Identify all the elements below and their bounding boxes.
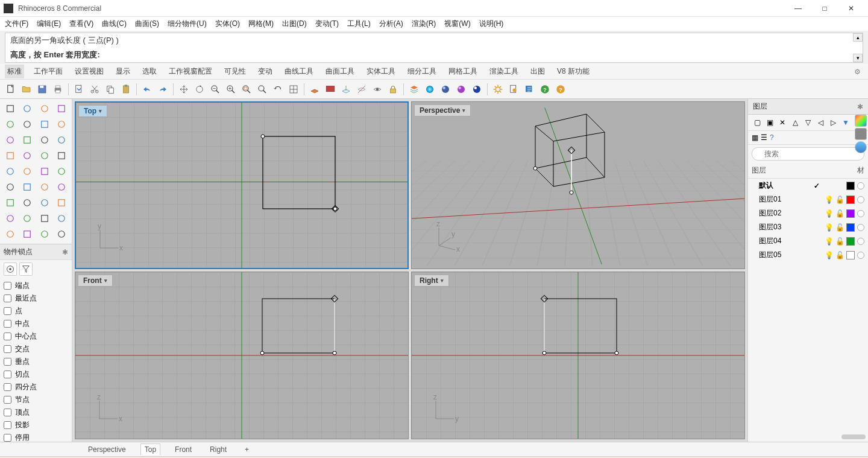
- side-tab-display[interactable]: [855, 128, 867, 140]
- align-icon[interactable]: [37, 196, 52, 210]
- viewport-label-front[interactable]: Front▾: [78, 275, 113, 287]
- undo-view-icon[interactable]: [271, 82, 285, 97]
- bulb-icon[interactable]: 💡: [825, 223, 833, 232]
- osnap-item[interactable]: 切点: [4, 368, 68, 381]
- menu-item[interactable]: 网格(M): [248, 19, 274, 29]
- set-view-icon[interactable]: [286, 82, 301, 97]
- document-props-icon[interactable]: [506, 82, 521, 97]
- osnap-item[interactable]: 投影: [4, 419, 68, 431]
- object-props-icon[interactable]: [522, 82, 536, 97]
- menu-item[interactable]: 分析(A): [379, 19, 403, 29]
- polygon-icon[interactable]: [37, 133, 52, 147]
- toolbar-tab[interactable]: 可见性: [222, 65, 248, 78]
- osnap-item[interactable]: 最近点: [4, 292, 68, 305]
- layer-color-swatch[interactable]: [846, 182, 855, 190]
- pointer-icon[interactable]: [2, 101, 18, 116]
- bulb-icon[interactable]: 💡: [825, 209, 833, 218]
- viewport-top[interactable]: yx Top▾: [75, 101, 409, 269]
- polyline2-icon[interactable]: [54, 101, 69, 116]
- scrollbar[interactable]: [841, 434, 866, 439]
- bulb-icon[interactable]: 💡: [825, 237, 833, 246]
- lock-icon[interactable]: 🔓: [835, 237, 844, 246]
- viewport-right[interactable]: zy Right▾: [411, 272, 745, 439]
- circle-icon[interactable]: [2, 117, 18, 132]
- osnap-checkbox[interactable]: [4, 332, 11, 340]
- search-input[interactable]: [752, 147, 864, 161]
- toolbar-tab[interactable]: 曲线工具: [282, 65, 316, 78]
- osnap-filter-icon[interactable]: [19, 262, 33, 276]
- trim-icon[interactable]: [37, 164, 52, 179]
- menu-item[interactable]: 曲面(S): [135, 19, 159, 29]
- layer-row[interactable]: 图层02 💡 🔓: [748, 206, 868, 220]
- columns-icon[interactable]: ▦: [752, 133, 758, 142]
- osnap-checkbox[interactable]: [4, 371, 11, 378]
- osnap-checkbox[interactable]: [4, 294, 11, 302]
- viewport-label-perspective[interactable]: Perspective▾: [414, 104, 471, 116]
- osnap-checkbox[interactable]: [4, 358, 11, 366]
- layer-row[interactable]: 默认 ✓: [748, 179, 868, 192]
- toolbar-tab[interactable]: 曲面工具: [323, 65, 357, 78]
- undo-icon[interactable]: [140, 82, 154, 97]
- revolve-icon[interactable]: [37, 180, 52, 194]
- toolbar-tab[interactable]: 标准: [5, 65, 24, 78]
- new-file-icon[interactable]: [4, 82, 18, 97]
- list-icon[interactable]: ☰: [761, 133, 767, 142]
- layer-row[interactable]: 图层04 💡 🔓: [748, 234, 868, 248]
- toolbar-tab[interactable]: 网格工具: [446, 65, 480, 78]
- layer-color-swatch[interactable]: [846, 196, 855, 204]
- cylinder-icon[interactable]: [19, 148, 35, 163]
- grid-icon[interactable]: [37, 211, 52, 226]
- help-icon[interactable]: ?: [770, 133, 774, 142]
- lock-icon[interactable]: 🔓: [835, 223, 844, 232]
- osnap-item[interactable]: 四分点: [4, 381, 68, 393]
- toolbar-tab[interactable]: 细分工具: [405, 65, 439, 78]
- command-area[interactable]: 底面的另一角或长度 ( 三点(P) ) 高度，按 Enter 套用宽度: ▴ ▾: [5, 33, 863, 63]
- layer-material-icon[interactable]: [857, 196, 864, 203]
- render-sphere-icon[interactable]: [454, 82, 468, 97]
- menu-item[interactable]: 出图(D): [282, 19, 307, 29]
- explode-icon[interactable]: [2, 164, 18, 179]
- move-down-icon[interactable]: ▽: [802, 117, 813, 128]
- layer-color-swatch[interactable]: [846, 223, 855, 232]
- analyze-icon[interactable]: [2, 227, 18, 241]
- curve-icon[interactable]: [54, 117, 69, 132]
- layer-col-material[interactable]: 材: [857, 165, 864, 176]
- viewport-tab[interactable]: +: [241, 444, 253, 455]
- box-icon[interactable]: [2, 148, 18, 163]
- pan-icon[interactable]: [177, 82, 191, 97]
- material-icon[interactable]: [470, 82, 484, 97]
- menu-item[interactable]: 实体(O): [215, 19, 240, 29]
- gear-icon[interactable]: ✱: [857, 103, 863, 111]
- side-tab-props[interactable]: [855, 141, 867, 153]
- viewport-front[interactable]: zx Front▾: [75, 272, 409, 439]
- text-icon[interactable]: [2, 196, 18, 210]
- osnap-item[interactable]: 垂点: [4, 355, 68, 368]
- viewport-tab[interactable]: Front: [171, 444, 195, 455]
- copy-icon[interactable]: [103, 82, 118, 97]
- lasso-icon[interactable]: [19, 101, 35, 116]
- gear-icon[interactable]: ⚙: [852, 66, 863, 78]
- scroll-down-icon[interactable]: ▾: [853, 54, 863, 62]
- named-views-icon[interactable]: [323, 82, 338, 97]
- flow-icon[interactable]: [19, 227, 35, 241]
- toolbar-tab[interactable]: 实体工具: [364, 65, 398, 78]
- osnap-item[interactable]: 端点: [4, 279, 68, 292]
- join-icon[interactable]: [19, 164, 35, 179]
- osnap-item[interactable]: 点: [4, 305, 68, 317]
- toolbar-tab[interactable]: 选取: [140, 65, 159, 78]
- redo-icon[interactable]: [156, 82, 170, 97]
- layer-color-swatch[interactable]: [846, 237, 855, 246]
- show-icon[interactable]: [370, 82, 385, 97]
- maximize-button[interactable]: □: [811, 0, 838, 17]
- viewport-tab[interactable]: Perspective: [84, 444, 130, 455]
- viewport-tab[interactable]: Right: [206, 444, 230, 455]
- render-icon[interactable]: [423, 82, 437, 97]
- curve2-icon[interactable]: [2, 133, 18, 147]
- zoom-dynamic-icon[interactable]: [208, 82, 222, 97]
- viewport-label-right[interactable]: Right▾: [414, 275, 449, 287]
- paste-icon[interactable]: [119, 82, 133, 97]
- side-tab-render[interactable]: [855, 115, 867, 127]
- layer-color-swatch[interactable]: [846, 209, 855, 218]
- sphere2-icon[interactable]: [2, 180, 18, 194]
- toolbar-tab[interactable]: 渲染工具: [487, 65, 521, 78]
